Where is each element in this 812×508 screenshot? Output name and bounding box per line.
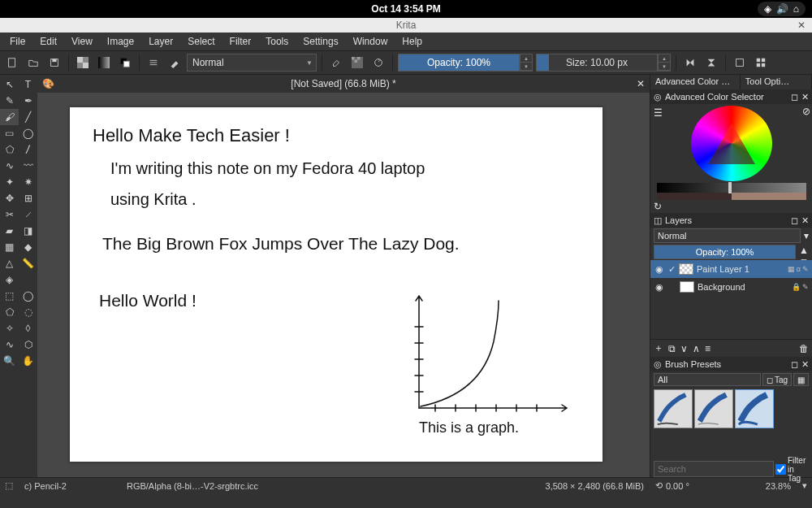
- alpha-lock-button[interactable]: [348, 54, 366, 72]
- brush-search-input[interactable]: [654, 461, 774, 477]
- menu-select[interactable]: Select: [181, 34, 221, 49]
- tool-gradient[interactable]: ◨: [19, 223, 37, 239]
- menu-filter[interactable]: Filter: [223, 34, 258, 49]
- tool-pattern[interactable]: ▦: [0, 239, 19, 255]
- visibility-toggle[interactable]: ◉: [654, 264, 665, 275]
- color-selector[interactable]: ☰ ⊘: [650, 104, 812, 200]
- acs-reset-icon[interactable]: ⊘: [802, 106, 810, 117]
- filter-icon[interactable]: ▾: [804, 230, 809, 241]
- system-tray[interactable]: ◈ 🔊 ⌂: [758, 2, 806, 16]
- opacity-stepper[interactable]: ▲▼: [520, 54, 533, 72]
- tool-polyline[interactable]: 〳: [19, 141, 37, 158]
- layer-opacity-slider[interactable]: Opacity: 100%: [654, 245, 796, 259]
- mirror-h-button[interactable]: [681, 54, 699, 72]
- tool-select-rect[interactable]: ⬚: [0, 288, 19, 304]
- tool-rectangle[interactable]: ▭: [0, 125, 19, 141]
- tool-fill[interactable]: ▰: [0, 223, 19, 239]
- tool-measure[interactable]: 📏: [19, 255, 37, 271]
- menu-image[interactable]: Image: [101, 34, 140, 49]
- new-file-button[interactable]: [3, 54, 21, 72]
- canvas[interactable]: Hello Make Tech Easier ! I'm writing thi…: [70, 107, 603, 462]
- color-wheel[interactable]: [691, 106, 772, 181]
- save-button[interactable]: [45, 54, 63, 72]
- eraser-toggle[interactable]: [327, 54, 345, 72]
- tool-edit-shapes[interactable]: ✎: [0, 93, 19, 109]
- tool-reference[interactable]: ◈: [0, 271, 19, 288]
- layer-blend-combo[interactable]: Normal: [654, 228, 801, 243]
- brush-settings-button[interactable]: [145, 54, 162, 72]
- tab-advanced-color-selector[interactable]: Advanced Color Selec…: [650, 75, 741, 89]
- tool-line[interactable]: ╱: [19, 109, 37, 125]
- tool-polygon[interactable]: ⬠: [0, 141, 19, 158]
- close-brush-icon[interactable]: ✕: [801, 359, 809, 370]
- menu-help[interactable]: Help: [395, 34, 429, 49]
- float-panel-icon[interactable]: ◻: [791, 92, 798, 102]
- tag-button[interactable]: ◻ Tag: [762, 373, 792, 386]
- menu-tools[interactable]: Tools: [259, 34, 295, 49]
- tool-smart-fill[interactable]: ◆: [19, 239, 37, 255]
- tool-assistant[interactable]: △: [0, 255, 19, 271]
- pattern-swatch[interactable]: [74, 54, 92, 72]
- duplicate-layer-button[interactable]: ⧉: [668, 343, 676, 354]
- tool-select-poly[interactable]: ⬠: [0, 304, 19, 320]
- acs-menu-icon[interactable]: ☰: [654, 107, 663, 119]
- move-down-button[interactable]: ∨: [680, 343, 688, 354]
- layer-row-paint1[interactable]: ◉ ✓ Paint Layer 1 ▦α✎: [650, 260, 812, 278]
- tool-bezier[interactable]: ∿: [0, 158, 19, 174]
- layer-opacity-stepper[interactable]: ▲▼: [799, 245, 809, 259]
- status-colorspace[interactable]: RGB/Alpha (8-bi…-V2-srgbtrc.icc: [127, 481, 258, 491]
- alpha-icon[interactable]: ▦: [788, 265, 795, 273]
- menu-view[interactable]: View: [65, 34, 99, 49]
- tool-select-free[interactable]: ◌: [19, 304, 37, 320]
- value-slider[interactable]: [657, 183, 806, 192]
- tool-transform[interactable]: ↖: [0, 76, 19, 93]
- open-file-button[interactable]: [24, 54, 42, 72]
- tool-select-contig[interactable]: ✧: [0, 320, 19, 336]
- layer-props-button[interactable]: ≡: [705, 343, 710, 354]
- tool-crop[interactable]: ✂: [0, 206, 19, 223]
- window-close-button[interactable]: ✕: [797, 20, 806, 31]
- tool-pan[interactable]: ✋: [19, 353, 37, 369]
- add-layer-button[interactable]: ＋: [654, 341, 663, 355]
- close-layers-icon[interactable]: ✕: [801, 215, 809, 226]
- tab-tool-options[interactable]: Tool Opti…: [741, 75, 812, 89]
- status-angle[interactable]: ⟲ 0.00 °: [655, 480, 689, 491]
- visibility-toggle[interactable]: ◉: [654, 282, 665, 293]
- tool-select-ellipse[interactable]: ◯: [19, 288, 37, 304]
- tool-transform2[interactable]: ⊞: [19, 190, 37, 206]
- opacity-slider[interactable]: Opacity: 100%: [398, 54, 520, 72]
- tool-multibrush[interactable]: ✷: [19, 174, 37, 190]
- float-brush-icon[interactable]: ◻: [791, 359, 798, 370]
- document-tab[interactable]: 🎨 [Not Saved] (66.8 MiB) * ✕: [37, 75, 650, 93]
- menu-settings[interactable]: Settings: [296, 34, 344, 49]
- menu-file[interactable]: File: [3, 34, 32, 49]
- tool-calligraphy[interactable]: ✒: [19, 93, 37, 109]
- tool-select-magnetic[interactable]: ⬡: [19, 336, 37, 353]
- brush-preset-1[interactable]: [654, 389, 693, 428]
- tool-freehand-path[interactable]: 〰: [19, 158, 37, 174]
- view-mode-button[interactable]: ▦: [793, 373, 809, 386]
- tool-dynamic[interactable]: ✦: [0, 174, 19, 190]
- refresh-icon[interactable]: ↻: [654, 201, 662, 212]
- size-stepper[interactable]: ▲▼: [658, 54, 671, 72]
- menu-edit[interactable]: Edit: [33, 34, 63, 49]
- filter-in-tag-checkbox[interactable]: Filter in Tag: [775, 461, 809, 477]
- mirror-v-button[interactable]: [702, 54, 720, 72]
- tool-move[interactable]: ✥: [0, 190, 19, 206]
- workspace-button[interactable]: [752, 54, 770, 72]
- tool-text[interactable]: T: [19, 76, 37, 93]
- close-document-button[interactable]: ✕: [637, 78, 645, 89]
- gradient-swatch[interactable]: [95, 54, 113, 72]
- move-up-button[interactable]: ∧: [693, 343, 700, 354]
- blend-mode-combo[interactable]: Normal▼: [187, 54, 317, 72]
- brush-preset-button[interactable]: [166, 54, 184, 72]
- brush-preset-3[interactable]: [735, 389, 774, 428]
- menu-window[interactable]: Window: [347, 34, 395, 49]
- reload-preset-button[interactable]: [369, 54, 387, 72]
- tool-select-bezier[interactable]: ∿: [0, 336, 19, 353]
- color-swatch[interactable]: [116, 54, 134, 72]
- zoom-menu-icon[interactable]: ▾: [802, 480, 807, 491]
- lock-icon[interactable]: 🔒: [792, 283, 801, 291]
- close-panel-icon[interactable]: ✕: [801, 92, 809, 102]
- brush-preset-2[interactable]: [694, 389, 733, 428]
